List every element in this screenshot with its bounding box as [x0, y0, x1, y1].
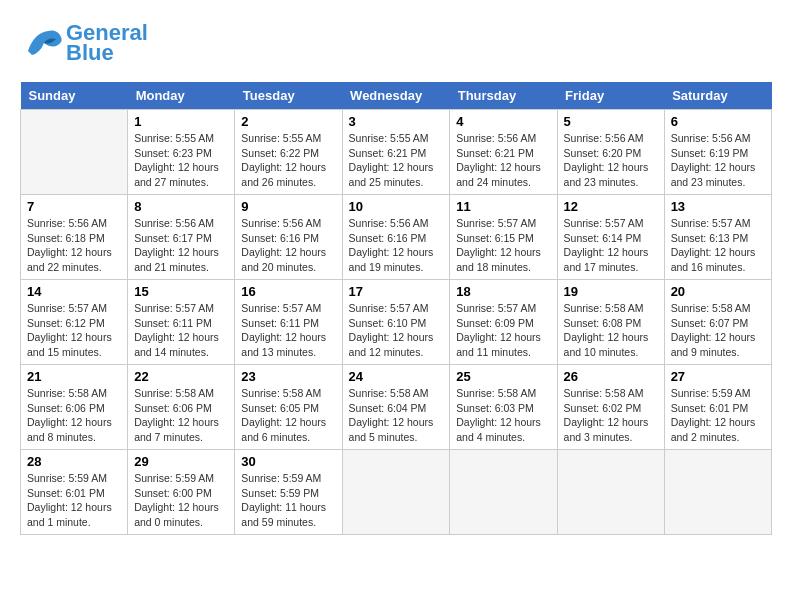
day-info: Sunrise: 5:56 AM Sunset: 6:16 PM Dayligh…	[349, 216, 444, 275]
day-info: Sunrise: 5:56 AM Sunset: 6:21 PM Dayligh…	[456, 131, 550, 190]
day-info: Sunrise: 5:56 AM Sunset: 6:18 PM Dayligh…	[27, 216, 121, 275]
day-info: Sunrise: 5:56 AM Sunset: 6:17 PM Dayligh…	[134, 216, 228, 275]
calendar-cell: 11Sunrise: 5:57 AM Sunset: 6:15 PM Dayli…	[450, 195, 557, 280]
day-info: Sunrise: 5:55 AM Sunset: 6:21 PM Dayligh…	[349, 131, 444, 190]
weekday-header-saturday: Saturday	[664, 82, 771, 110]
calendar-cell: 18Sunrise: 5:57 AM Sunset: 6:09 PM Dayli…	[450, 280, 557, 365]
calendar-cell: 3Sunrise: 5:55 AM Sunset: 6:21 PM Daylig…	[342, 110, 450, 195]
calendar-cell: 21Sunrise: 5:58 AM Sunset: 6:06 PM Dayli…	[21, 365, 128, 450]
day-info: Sunrise: 5:59 AM Sunset: 6:01 PM Dayligh…	[671, 386, 765, 445]
day-info: Sunrise: 5:58 AM Sunset: 6:06 PM Dayligh…	[27, 386, 121, 445]
day-number: 4	[456, 114, 550, 129]
day-number: 16	[241, 284, 335, 299]
day-info: Sunrise: 5:58 AM Sunset: 6:05 PM Dayligh…	[241, 386, 335, 445]
weekday-header-row: SundayMondayTuesdayWednesdayThursdayFrid…	[21, 82, 772, 110]
day-number: 8	[134, 199, 228, 214]
day-info: Sunrise: 5:58 AM Sunset: 6:04 PM Dayligh…	[349, 386, 444, 445]
logo-icon	[20, 23, 60, 63]
day-info: Sunrise: 5:57 AM Sunset: 6:13 PM Dayligh…	[671, 216, 765, 275]
calendar-cell: 6Sunrise: 5:56 AM Sunset: 6:19 PM Daylig…	[664, 110, 771, 195]
calendar-cell: 30Sunrise: 5:59 AM Sunset: 5:59 PM Dayli…	[235, 450, 342, 535]
calendar-cell: 26Sunrise: 5:58 AM Sunset: 6:02 PM Dayli…	[557, 365, 664, 450]
weekday-header-sunday: Sunday	[21, 82, 128, 110]
calendar-cell: 22Sunrise: 5:58 AM Sunset: 6:06 PM Dayli…	[128, 365, 235, 450]
calendar-cell: 2Sunrise: 5:55 AM Sunset: 6:22 PM Daylig…	[235, 110, 342, 195]
calendar-cell: 13Sunrise: 5:57 AM Sunset: 6:13 PM Dayli…	[664, 195, 771, 280]
calendar-cell: 10Sunrise: 5:56 AM Sunset: 6:16 PM Dayli…	[342, 195, 450, 280]
calendar-cell: 19Sunrise: 5:58 AM Sunset: 6:08 PM Dayli…	[557, 280, 664, 365]
week-row-3: 14Sunrise: 5:57 AM Sunset: 6:12 PM Dayli…	[21, 280, 772, 365]
day-number: 10	[349, 199, 444, 214]
day-info: Sunrise: 5:58 AM Sunset: 6:03 PM Dayligh…	[456, 386, 550, 445]
calendar-cell: 14Sunrise: 5:57 AM Sunset: 6:12 PM Dayli…	[21, 280, 128, 365]
day-number: 22	[134, 369, 228, 384]
day-number: 1	[134, 114, 228, 129]
day-info: Sunrise: 5:59 AM Sunset: 6:01 PM Dayligh…	[27, 471, 121, 530]
calendar-cell	[21, 110, 128, 195]
calendar-cell: 4Sunrise: 5:56 AM Sunset: 6:21 PM Daylig…	[450, 110, 557, 195]
weekday-header-monday: Monday	[128, 82, 235, 110]
week-row-2: 7Sunrise: 5:56 AM Sunset: 6:18 PM Daylig…	[21, 195, 772, 280]
day-info: Sunrise: 5:57 AM Sunset: 6:15 PM Dayligh…	[456, 216, 550, 275]
day-number: 2	[241, 114, 335, 129]
calendar-cell: 23Sunrise: 5:58 AM Sunset: 6:05 PM Dayli…	[235, 365, 342, 450]
day-info: Sunrise: 5:56 AM Sunset: 6:20 PM Dayligh…	[564, 131, 658, 190]
day-number: 9	[241, 199, 335, 214]
day-number: 6	[671, 114, 765, 129]
day-info: Sunrise: 5:56 AM Sunset: 6:16 PM Dayligh…	[241, 216, 335, 275]
day-info: Sunrise: 5:56 AM Sunset: 6:19 PM Dayligh…	[671, 131, 765, 190]
day-number: 14	[27, 284, 121, 299]
day-number: 12	[564, 199, 658, 214]
day-info: Sunrise: 5:58 AM Sunset: 6:06 PM Dayligh…	[134, 386, 228, 445]
weekday-header-thursday: Thursday	[450, 82, 557, 110]
day-number: 5	[564, 114, 658, 129]
calendar-cell: 25Sunrise: 5:58 AM Sunset: 6:03 PM Dayli…	[450, 365, 557, 450]
day-number: 15	[134, 284, 228, 299]
day-number: 28	[27, 454, 121, 469]
calendar-cell: 29Sunrise: 5:59 AM Sunset: 6:00 PM Dayli…	[128, 450, 235, 535]
day-info: Sunrise: 5:58 AM Sunset: 6:02 PM Dayligh…	[564, 386, 658, 445]
calendar-cell: 1Sunrise: 5:55 AM Sunset: 6:23 PM Daylig…	[128, 110, 235, 195]
calendar-cell: 8Sunrise: 5:56 AM Sunset: 6:17 PM Daylig…	[128, 195, 235, 280]
day-number: 20	[671, 284, 765, 299]
week-row-5: 28Sunrise: 5:59 AM Sunset: 6:01 PM Dayli…	[21, 450, 772, 535]
day-number: 25	[456, 369, 550, 384]
day-info: Sunrise: 5:59 AM Sunset: 5:59 PM Dayligh…	[241, 471, 335, 530]
day-info: Sunrise: 5:57 AM Sunset: 6:11 PM Dayligh…	[241, 301, 335, 360]
calendar-cell: 12Sunrise: 5:57 AM Sunset: 6:14 PM Dayli…	[557, 195, 664, 280]
calendar-cell: 27Sunrise: 5:59 AM Sunset: 6:01 PM Dayli…	[664, 365, 771, 450]
day-number: 18	[456, 284, 550, 299]
day-number: 30	[241, 454, 335, 469]
page-header: General Blue	[20, 20, 772, 66]
calendar-cell: 28Sunrise: 5:59 AM Sunset: 6:01 PM Dayli…	[21, 450, 128, 535]
day-info: Sunrise: 5:58 AM Sunset: 6:07 PM Dayligh…	[671, 301, 765, 360]
day-info: Sunrise: 5:55 AM Sunset: 6:23 PM Dayligh…	[134, 131, 228, 190]
week-row-4: 21Sunrise: 5:58 AM Sunset: 6:06 PM Dayli…	[21, 365, 772, 450]
calendar-cell: 5Sunrise: 5:56 AM Sunset: 6:20 PM Daylig…	[557, 110, 664, 195]
logo: General Blue	[20, 20, 148, 66]
day-number: 19	[564, 284, 658, 299]
day-info: Sunrise: 5:55 AM Sunset: 6:22 PM Dayligh…	[241, 131, 335, 190]
calendar-cell: 17Sunrise: 5:57 AM Sunset: 6:10 PM Dayli…	[342, 280, 450, 365]
calendar-cell: 24Sunrise: 5:58 AM Sunset: 6:04 PM Dayli…	[342, 365, 450, 450]
calendar-cell	[342, 450, 450, 535]
day-number: 3	[349, 114, 444, 129]
weekday-header-wednesday: Wednesday	[342, 82, 450, 110]
calendar-cell: 7Sunrise: 5:56 AM Sunset: 6:18 PM Daylig…	[21, 195, 128, 280]
calendar-cell	[450, 450, 557, 535]
day-number: 13	[671, 199, 765, 214]
logo-blue: Blue	[66, 40, 114, 66]
day-info: Sunrise: 5:57 AM Sunset: 6:09 PM Dayligh…	[456, 301, 550, 360]
day-number: 7	[27, 199, 121, 214]
day-number: 27	[671, 369, 765, 384]
week-row-1: 1Sunrise: 5:55 AM Sunset: 6:23 PM Daylig…	[21, 110, 772, 195]
day-number: 29	[134, 454, 228, 469]
calendar-cell: 15Sunrise: 5:57 AM Sunset: 6:11 PM Dayli…	[128, 280, 235, 365]
day-info: Sunrise: 5:57 AM Sunset: 6:12 PM Dayligh…	[27, 301, 121, 360]
day-number: 24	[349, 369, 444, 384]
calendar-table: SundayMondayTuesdayWednesdayThursdayFrid…	[20, 82, 772, 535]
day-info: Sunrise: 5:57 AM Sunset: 6:14 PM Dayligh…	[564, 216, 658, 275]
day-number: 11	[456, 199, 550, 214]
day-info: Sunrise: 5:57 AM Sunset: 6:10 PM Dayligh…	[349, 301, 444, 360]
calendar-cell: 16Sunrise: 5:57 AM Sunset: 6:11 PM Dayli…	[235, 280, 342, 365]
